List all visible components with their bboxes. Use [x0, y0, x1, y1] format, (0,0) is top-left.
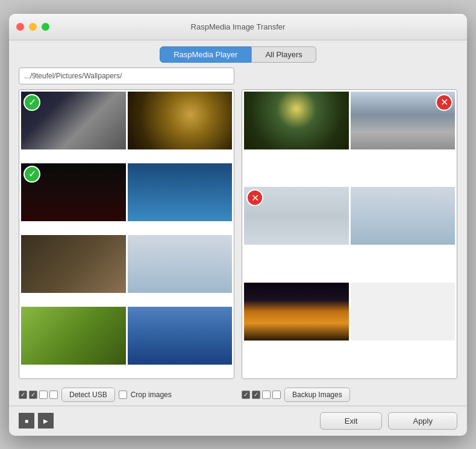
left-checkbox-group: ✓ ✓ — [19, 391, 58, 399]
x-badge-flower: ✕ — [246, 189, 263, 206]
tab-bar: RaspMedia Player All Players — [9, 40, 467, 68]
window-title: RaspMedia Image Transfer — [191, 22, 286, 31]
left-image-grid-container: ✓ ✓ — [19, 89, 234, 379]
right-image-bridge[interactable] — [244, 92, 349, 149]
action-buttons: Exit Apply — [320, 412, 457, 430]
left-toolbar: ✓ ✓ Detect USB Crop images — [19, 384, 234, 406]
right-cb2[interactable]: ✓ — [252, 391, 260, 399]
left-image-wall[interactable] — [21, 235, 126, 293]
detect-usb-button[interactable]: Detect USB — [61, 388, 115, 402]
main-content: .../9teufel/Pictures/Wallpapers/ ✓ ✓ — [9, 68, 467, 406]
backup-images-button[interactable]: Backup Images — [284, 388, 350, 402]
crop-checkbox[interactable] — [119, 391, 127, 399]
right-image-grid-container: ✕ ✕ — [242, 89, 457, 379]
window-controls — [16, 23, 49, 31]
right-image-city-night[interactable] — [244, 283, 349, 341]
exit-button[interactable]: Exit — [320, 412, 383, 430]
left-image-dragonfly[interactable] — [21, 307, 126, 365]
left-image-concert[interactable]: ✓ — [21, 163, 126, 221]
right-image-empty — [351, 283, 456, 341]
right-image-bird[interactable] — [351, 187, 456, 245]
left-cb3[interactable] — [39, 391, 48, 399]
play-button[interactable]: ▶ — [38, 413, 54, 429]
right-cb3[interactable] — [262, 391, 271, 399]
check-badge-bikes: ✓ — [23, 94, 40, 111]
right-toolbar: ✓ ✓ Backup Images — [242, 384, 457, 406]
right-checkbox-group: ✓ ✓ — [242, 391, 281, 399]
maximize-button[interactable] — [42, 23, 49, 31]
path-text: .../9teufel/Pictures/Wallpapers/ — [24, 72, 122, 80]
left-cb4[interactable] — [49, 391, 58, 399]
crop-label: Crop images — [131, 391, 172, 399]
left-image-grid: ✓ ✓ — [19, 90, 234, 378]
apply-button[interactable]: Apply — [388, 412, 457, 430]
left-image-bokeh[interactable] — [128, 92, 233, 149]
close-button[interactable] — [16, 23, 24, 31]
stop-button[interactable]: ■ — [19, 413, 34, 429]
right-cb1[interactable]: ✓ — [242, 391, 250, 399]
right-image-mountain[interactable]: ✕ — [351, 92, 456, 149]
titlebar: RaspMedia Image Transfer — [9, 14, 467, 40]
media-controls: ■ ▶ — [19, 413, 54, 429]
tab-all-players[interactable]: All Players — [251, 46, 316, 63]
right-image-flower[interactable]: ✕ — [244, 187, 349, 245]
left-image-moon[interactable] — [128, 307, 233, 365]
right-image-grid: ✕ ✕ — [242, 90, 457, 378]
path-bar: .../9teufel/Pictures/Wallpapers/ — [19, 68, 234, 84]
right-panel: ✕ ✕ ✓ ✓ — [242, 68, 457, 406]
left-image-plant[interactable] — [128, 235, 233, 293]
left-image-sky-blue[interactable] — [128, 163, 233, 221]
bottom-bar: ■ ▶ Exit Apply — [9, 406, 467, 436]
minimize-button[interactable] — [29, 23, 37, 31]
right-cb4[interactable] — [272, 391, 281, 399]
left-cb2[interactable]: ✓ — [29, 391, 37, 399]
left-cb1[interactable]: ✓ — [19, 391, 27, 399]
x-badge-mountain: ✕ — [436, 94, 453, 111]
tab-raspmedia-player[interactable]: RaspMedia Player — [160, 46, 251, 63]
check-badge-concert: ✓ — [23, 166, 40, 183]
left-panel: .../9teufel/Pictures/Wallpapers/ ✓ ✓ — [19, 68, 234, 406]
left-image-bikes[interactable]: ✓ — [21, 92, 126, 149]
main-window: RaspMedia Image Transfer RaspMedia Playe… — [9, 14, 467, 436]
